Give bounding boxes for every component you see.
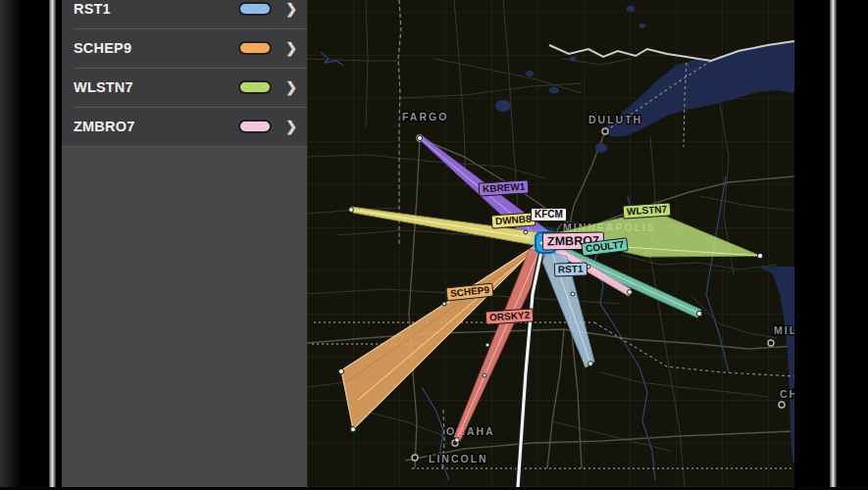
procedure-fans [341, 135, 760, 441]
chevron-right-icon[interactable]: ❯ [272, 1, 297, 17]
color-swatch-pill [238, 120, 272, 133]
list-item-schep9[interactable]: SCHEP9 ❯ [62, 28, 307, 68]
moving-map[interactable]: FARGO DULUTH MINNEAPOLIS OMAHA LINCOLN M… [307, 0, 794, 487]
list-item-zmbro7[interactable]: ZMBRO7 ❯ [62, 107, 307, 146]
bezel-highlight-left [49, 0, 56, 487]
city-label-fargo: FARGO [402, 111, 448, 122]
city-label-chicago: CHICAGO [780, 388, 794, 400]
procedure-list-sidebar: RST1 ❯ SCHEP9 ❯ WLSTN7 ❯ ZMBRO7 [62, 0, 307, 487]
procedure-name: RST1 [74, 1, 111, 17]
procedure-name: WLSTN7 [74, 79, 133, 95]
procedure-name: SCHEP9 [74, 40, 131, 56]
lake-michigan [758, 267, 794, 466]
procedure-name: ZMBRO7 [74, 119, 134, 134]
chevron-right-icon[interactable]: ❯ [272, 79, 297, 95]
city-label-duluth: DULUTH [588, 114, 642, 125]
city-label-milwaukee: MILWAUKEE [774, 324, 794, 336]
list-item-rst1[interactable]: RST1 ❯ [62, 0, 307, 28]
color-swatch-pill [238, 80, 272, 94]
list-item-wlstn7[interactable]: WLSTN7 ❯ [62, 68, 307, 107]
bezel-left-edge [0, 0, 26, 487]
chevron-right-icon[interactable]: ❯ [272, 40, 297, 56]
city-label-omaha: OMAHA [446, 425, 495, 437]
procedure-list: RST1 ❯ SCHEP9 ❯ WLSTN7 ❯ ZMBRO7 [62, 0, 307, 147]
map-label-rst1[interactable]: RST1 [554, 262, 587, 276]
waypoint-dots [338, 135, 762, 442]
city-label-lincoln: LINCOLN [429, 453, 488, 465]
map-label-kfcm[interactable]: KFCM [531, 208, 567, 221]
chevron-right-icon[interactable]: ❯ [272, 119, 297, 134]
bezel-highlight-right [830, 0, 837, 487]
tablet-photo: RST1 ❯ SCHEP9 ❯ WLSTN7 ❯ ZMBRO7 [0, 0, 868, 490]
color-swatch-pill [238, 41, 272, 55]
app-screen: RST1 ❯ SCHEP9 ❯ WLSTN7 ❯ ZMBRO7 [62, 0, 794, 487]
color-swatch-pill [238, 2, 272, 16]
